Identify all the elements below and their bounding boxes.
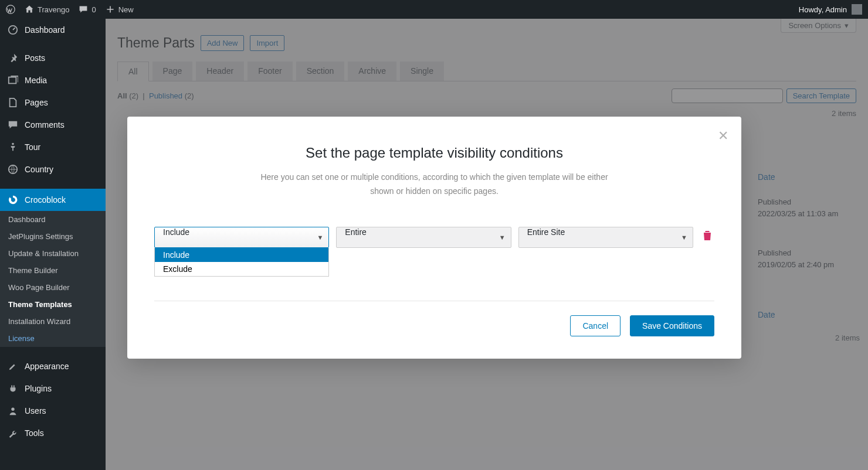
comments-link[interactable]: 0 bbox=[79, 5, 96, 14]
avatar-icon bbox=[852, 4, 862, 15]
modal-title: Set the page template visibility conditi… bbox=[154, 145, 714, 161]
submenu-jetplugins[interactable]: JetPlugins Settings bbox=[0, 228, 106, 245]
wrench-icon bbox=[7, 427, 19, 439]
submenu-dashboard[interactable]: Dashboard bbox=[0, 211, 106, 228]
svg-rect-2 bbox=[9, 77, 16, 84]
include-select[interactable]: Include ▼ Include Exclude bbox=[154, 227, 329, 248]
dashboard-icon bbox=[7, 24, 19, 36]
globe-icon bbox=[7, 164, 19, 175]
new-label: New bbox=[118, 5, 134, 14]
plus-icon bbox=[106, 5, 115, 14]
page-icon bbox=[7, 97, 19, 108]
modal-description: Here you can set one or multiple conditi… bbox=[253, 171, 616, 199]
menu-comments[interactable]: Comments bbox=[0, 114, 106, 136]
select-value: Entire Site bbox=[518, 227, 693, 248]
home-icon bbox=[25, 5, 34, 14]
howdy-link[interactable]: Howdy, Admin bbox=[799, 4, 862, 15]
cancel-button[interactable]: Cancel bbox=[570, 315, 621, 336]
menu-dashboard[interactable]: Dashboard bbox=[0, 19, 106, 41]
submenu-woopage[interactable]: Woo Page Builder bbox=[0, 279, 106, 296]
scope-select[interactable]: Entire ▼ bbox=[336, 227, 511, 248]
conditions-modal: ✕ Set the page template visibility condi… bbox=[127, 117, 741, 359]
menu-label: Country bbox=[25, 165, 53, 174]
target-select[interactable]: Entire Site ▼ bbox=[518, 227, 693, 248]
site-link[interactable]: Travengo bbox=[25, 5, 69, 14]
menu-users[interactable]: Users bbox=[0, 400, 106, 422]
crocoblock-icon bbox=[7, 194, 19, 206]
menu-tools[interactable]: Tools bbox=[0, 422, 106, 444]
admin-sidebar: Dashboard Posts Media Pages Comments Tou… bbox=[0, 19, 106, 470]
comment-icon bbox=[79, 5, 88, 14]
pin-icon bbox=[7, 52, 19, 64]
menu-label: Comments bbox=[25, 120, 65, 130]
menu-label: Media bbox=[25, 76, 47, 85]
menu-label: Tools bbox=[25, 428, 44, 438]
menu-crocoblock[interactable]: Crocoblock bbox=[0, 189, 106, 211]
admin-bar: Travengo 0 New Howdy, Admin bbox=[0, 0, 868, 19]
include-dropdown: Include Exclude bbox=[154, 248, 329, 277]
menu-country[interactable]: Country bbox=[0, 158, 106, 180]
menu-appearance[interactable]: Appearance bbox=[0, 355, 106, 377]
menu-pages[interactable]: Pages bbox=[0, 91, 106, 114]
plug-icon bbox=[7, 383, 19, 394]
wp-logo[interactable] bbox=[6, 5, 15, 14]
save-button[interactable]: Save Conditions bbox=[630, 315, 714, 336]
menu-label: Plugins bbox=[25, 384, 52, 393]
menu-label: Appearance bbox=[25, 362, 69, 371]
trash-icon bbox=[703, 230, 712, 241]
menu-posts[interactable]: Posts bbox=[0, 47, 106, 69]
dropdown-option-include[interactable]: Include bbox=[155, 248, 328, 262]
condition-row: Include ▼ Include Exclude Entire ▼ Entir… bbox=[154, 227, 714, 248]
close-button[interactable]: ✕ bbox=[718, 128, 728, 144]
menu-label: Tour bbox=[25, 142, 40, 152]
delete-condition-button[interactable] bbox=[700, 230, 714, 244]
dropdown-option-exclude[interactable]: Exclude bbox=[155, 262, 328, 276]
divider bbox=[154, 301, 714, 301]
svg-point-3 bbox=[12, 143, 14, 145]
submenu-installwiz[interactable]: Installation Wizard bbox=[0, 313, 106, 330]
menu-label: Pages bbox=[25, 98, 48, 107]
new-link[interactable]: New bbox=[106, 5, 134, 14]
menu-tour[interactable]: Tour bbox=[0, 136, 106, 158]
menu-plugins[interactable]: Plugins bbox=[0, 377, 106, 400]
submenu-update[interactable]: Update & Installation bbox=[0, 245, 106, 262]
site-name: Travengo bbox=[38, 5, 69, 14]
menu-label: Users bbox=[25, 406, 46, 415]
svg-point-5 bbox=[11, 408, 14, 411]
menu-media[interactable]: Media bbox=[0, 69, 106, 91]
select-value: Include bbox=[154, 227, 329, 248]
howdy-text: Howdy, Admin bbox=[799, 5, 847, 14]
media-icon bbox=[7, 74, 19, 86]
submenu-themebuilder[interactable]: Theme Builder bbox=[0, 262, 106, 279]
menu-label: Posts bbox=[25, 53, 45, 63]
brush-icon bbox=[7, 360, 19, 372]
comments-count: 0 bbox=[91, 5, 96, 14]
submenu-license[interactable]: License bbox=[0, 330, 106, 347]
wordpress-icon bbox=[6, 5, 15, 14]
user-icon bbox=[7, 405, 19, 417]
menu-label: Dashboard bbox=[25, 25, 65, 35]
comment-icon bbox=[7, 119, 19, 131]
menu-label: Crocoblock bbox=[25, 195, 66, 205]
submenu-themetemplates[interactable]: Theme Templates bbox=[0, 296, 106, 313]
select-value: Entire bbox=[336, 227, 511, 248]
close-icon: ✕ bbox=[718, 128, 728, 143]
person-icon bbox=[7, 141, 19, 153]
